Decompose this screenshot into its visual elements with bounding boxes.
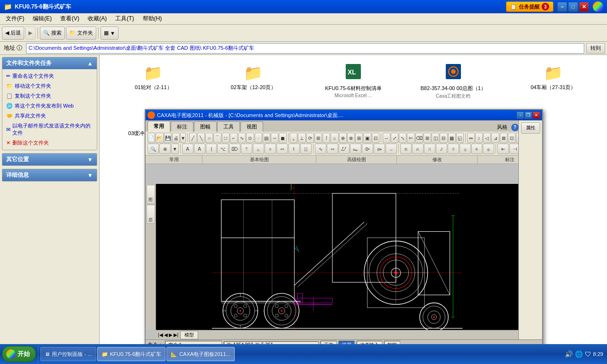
path-cad[interactable]: CAD: [177, 45, 188, 51]
extra6-btn[interactable]: ⎐: [460, 144, 471, 154]
extra7-btn[interactable]: ⎑: [471, 144, 483, 154]
menu-tools[interactable]: 工具(T): [111, 14, 138, 24]
wave2-btn[interactable]: ∾: [327, 144, 338, 154]
scroll-first[interactable]: |◀: [158, 332, 163, 337]
bezier-btn[interactable]: ∼: [271, 133, 278, 143]
adv6-btn[interactable]: ⌂: [331, 133, 338, 143]
zoom-btn[interactable]: 🔍: [147, 144, 159, 154]
zoom2-btn[interactable]: ⊕: [159, 144, 171, 154]
extra8-btn[interactable]: ⎒: [483, 144, 494, 154]
caxa-tab-tools[interactable]: 工具: [217, 121, 240, 132]
right1-btn[interactable]: ⇤: [497, 144, 509, 154]
text-btn[interactable]: A: [182, 144, 193, 154]
wave3-btn[interactable]: ⌰: [339, 144, 350, 154]
forward-button[interactable]: ▶: [25, 27, 36, 40]
path-segment-1[interactable]: C:\Documents and Settings\Administrator\…: [28, 45, 164, 51]
caxa-tab-annotation[interactable]: 标注: [171, 121, 193, 132]
caxa-tab-common[interactable]: 常用: [147, 121, 170, 132]
mod7-btn[interactable]: ◫: [432, 133, 439, 143]
mod3-btn[interactable]: ⤡: [399, 133, 406, 143]
sidebar-header-details[interactable]: 详细信息 ▼: [2, 169, 97, 181]
dim5-btn[interactable]: ⊠: [500, 133, 507, 143]
adv3-btn[interactable]: ⟳: [306, 133, 314, 143]
print-btn[interactable]: 🖨: [172, 133, 180, 143]
adv7-btn[interactable]: ⊕: [339, 133, 347, 143]
adv10-btn[interactable]: ▣: [363, 133, 371, 143]
sidebar-rename[interactable]: ✏ 重命名这个文件夹: [4, 71, 95, 81]
minimize-button[interactable]: －: [557, 2, 567, 12]
text10-btn[interactable]: ⌇: [288, 144, 300, 154]
adv11-btn[interactable]: ⊡: [372, 133, 379, 143]
file-item-caxa1[interactable]: B82-357.34-00 00总图（1） Caxa工程图文档: [405, 61, 501, 103]
mod1-btn[interactable]: ↔: [383, 133, 390, 143]
ellipse-btn[interactable]: ⊙: [246, 133, 254, 143]
text6-btn[interactable]: ⍡: [241, 144, 252, 154]
scroll-prev[interactable]: ◀: [164, 332, 168, 337]
extra4-btn[interactable]: ⎎: [436, 144, 447, 154]
dim6-btn[interactable]: ⊡: [508, 133, 515, 143]
arc-btn[interactable]: ⌒: [213, 133, 221, 143]
new-btn[interactable]: 📄: [147, 133, 155, 143]
mod2-btn[interactable]: ⤢: [391, 133, 398, 143]
file-item-01[interactable]: 📁 01轮对（2-11）: [105, 61, 202, 103]
fill-btn[interactable]: ◼: [279, 133, 286, 143]
properties-button[interactable]: 属性: [521, 122, 540, 134]
maximize-button[interactable]: □: [568, 2, 578, 12]
left-panel-btn1[interactable]: 图: [147, 185, 155, 204]
task-reminder[interactable]: 📋 任务提醒 3: [506, 1, 553, 12]
rect-btn[interactable]: □: [222, 133, 230, 143]
menu-favorites[interactable]: 收藏(A): [84, 14, 110, 24]
dim3-btn[interactable]: ◁: [483, 133, 491, 143]
tray-icon-network[interactable]: 🌐: [575, 350, 583, 358]
back-button[interactable]: ◀ 后退: [2, 27, 24, 40]
text2-btn[interactable]: A: [194, 144, 205, 154]
mod5-btn[interactable]: ⌫: [415, 133, 423, 143]
menu-edit[interactable]: 编辑(E): [29, 14, 55, 24]
dim2-btn[interactable]: ↕: [475, 133, 483, 143]
dropdown1[interactable]: ▼: [180, 133, 186, 143]
dropdown2[interactable]: ▼: [171, 144, 179, 154]
text11-btn[interactable]: ⌺: [300, 144, 312, 154]
file-item-04[interactable]: 📁 04车厢（27-31页）: [505, 61, 601, 103]
tray-icon-security[interactable]: 🛡: [585, 350, 591, 358]
extra3-btn[interactable]: ⎍: [424, 144, 435, 154]
sidebar-header-tasks[interactable]: 文件和文件夹任务 ▲: [2, 57, 97, 69]
caxa-drawing[interactable]: ↑: [156, 184, 518, 339]
tray-icon-sound[interactable]: 🔊: [565, 350, 573, 358]
taskbar-item-3[interactable]: 📐 CAXA电子图板2011...: [166, 347, 235, 361]
mod8-btn[interactable]: ⊟: [440, 133, 447, 143]
text7-btn[interactable]: ⎁: [253, 144, 264, 154]
polyline-btn[interactable]: ⌐: [230, 133, 238, 143]
wave4-btn[interactable]: ⌳: [350, 144, 361, 154]
caxa-tab-frame[interactable]: 图幅: [194, 121, 217, 132]
dim4-btn[interactable]: ⊿: [491, 133, 499, 143]
taskbar-item-2[interactable]: 📁 KFU0.75-6翻斗式矿车: [97, 347, 166, 361]
path-segment-2[interactable]: KFU0.75-6翻斗式矿车: [203, 45, 254, 51]
dim1-btn[interactable]: ⇔: [467, 133, 475, 143]
sidebar-publish[interactable]: 🌐 将这个文件夹发布到 Web: [4, 101, 95, 111]
extra2-btn[interactable]: ⎌: [412, 144, 423, 154]
menu-file[interactable]: 文件(F): [2, 14, 28, 24]
sidebar-delete[interactable]: ✕ 删除这个文件夹: [4, 138, 95, 148]
start-button[interactable]: 开始: [2, 346, 36, 362]
point-btn[interactable]: ·: [255, 133, 262, 143]
adv5-btn[interactable]: ⊺: [322, 133, 330, 143]
menu-view[interactable]: 查看(V): [56, 14, 83, 24]
model-tab[interactable]: 模型: [180, 331, 198, 339]
file-item-excel[interactable]: XL KFU0.75-6材料控制清单 Microsoft Excel ...: [305, 61, 402, 103]
scroll-last[interactable]: ▶|: [174, 332, 179, 337]
text5-btn[interactable]: ⌦: [229, 144, 240, 154]
caxa-minimize-button[interactable]: －: [516, 111, 524, 119]
wave5-btn[interactable]: ⌱: [362, 144, 373, 154]
hatch-btn[interactable]: ▤: [263, 133, 270, 143]
extra1-btn[interactable]: ⎋: [400, 144, 412, 154]
text3-btn[interactable]: ⟨: [206, 144, 217, 154]
file-item-02[interactable]: 📁 02车架（12-20页）: [205, 61, 302, 103]
scroll-next[interactable]: ▶: [169, 332, 173, 337]
mod4-btn[interactable]: ✄: [407, 133, 414, 143]
wave6-btn[interactable]: ⌲: [374, 144, 385, 154]
folders-button[interactable]: 📁 文件夹: [66, 27, 96, 40]
mod10-btn[interactable]: ◱: [456, 133, 464, 143]
text4-btn[interactable]: ⌥: [217, 144, 229, 154]
caxa-restore-button[interactable]: ❐: [524, 111, 532, 119]
